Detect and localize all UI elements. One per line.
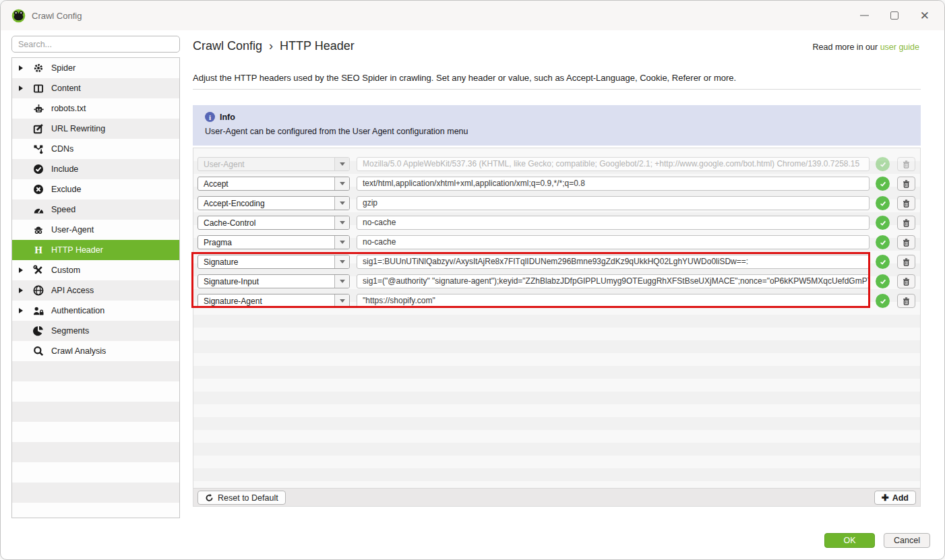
trash-icon [902,179,911,189]
header-name-dropdown[interactable]: Cache-Control [197,216,350,230]
crawl-config-dialog: Crawl Config ✕ Spider Content robots.txt… [0,0,945,560]
header-name-value: Accept-Encoding [198,199,334,208]
expand-caret-icon[interactable] [19,86,23,91]
sidebar-item-http-header[interactable]: H HTTP Header [12,240,179,260]
expand-caret-icon[interactable] [19,268,23,273]
trash-icon [902,277,911,286]
dropdown-arrow-button[interactable] [334,158,349,170]
sidebar-item-segments[interactable]: Segments [12,321,179,341]
sidebar-item-label: Exclude [51,185,81,194]
header-value-input[interactable]: no-cache [357,235,870,249]
page-description: Adjust the HTTP headers used by the SEO … [193,73,921,83]
header-name-dropdown[interactable]: Pragma [197,235,350,249]
header-value-input[interactable]: Mozilla/5.0 AppleWebKit/537.36 (KHTML, l… [357,157,870,171]
header-value-input[interactable]: sig1=:BUUnUTiNlQabzyv/AxysItAjRe8x7FITql… [357,255,870,269]
sidebar-item-content[interactable]: Content [12,78,179,98]
close-icon[interactable]: ✕ [920,10,929,22]
sidebar-item-robots-txt[interactable]: robots.txt [12,98,179,119]
delete-header-button[interactable] [897,177,915,191]
sidebar-item-crawl-analysis[interactable]: Crawl Analysis [12,341,179,361]
expand-caret-icon[interactable] [19,65,23,71]
chevron-down-icon [340,260,345,263]
enabled-check-icon[interactable] [876,294,890,308]
enabled-check-icon[interactable] [876,177,890,191]
pie-icon [32,325,44,337]
sidebar-item-speed[interactable]: Speed [12,199,179,220]
robot-icon [32,103,44,115]
breadcrumb-parent[interactable]: Crawl Config [193,39,262,53]
dropdown-arrow-button[interactable] [334,177,349,190]
add-label: Add [892,493,909,503]
info-box: i Info User-Agent can be configured from… [193,105,921,146]
reset-icon [205,493,214,502]
info-title: Info [220,113,235,122]
sidebar-item-user-agent[interactable]: User-Agent [12,220,179,240]
sidebar-item-api-access[interactable]: API Access [12,280,179,301]
delete-header-button[interactable] [897,274,915,288]
dropdown-arrow-button[interactable] [334,255,349,268]
header-name-dropdown[interactable]: Accept [197,177,350,191]
delete-header-button[interactable] [897,196,915,210]
sidebar-item-spider[interactable]: Spider [12,58,179,78]
sidebar-item-cdns[interactable]: CDNs [12,139,179,159]
dropdown-arrow-button[interactable] [334,216,349,229]
delete-header-button[interactable] [897,294,915,308]
delete-header-button[interactable] [897,157,915,171]
delete-header-button[interactable] [897,255,915,269]
search-input[interactable] [11,36,180,53]
header-value-input[interactable]: "https://shopify.com" [357,294,870,308]
dropdown-arrow-button[interactable] [334,197,349,210]
sidebar-item-label: Spider [51,63,75,73]
edit-icon [32,123,44,135]
read-more: Read more in our user guide [813,42,919,52]
user-guide-link[interactable]: user guide [880,42,919,52]
ok-button[interactable]: OK [824,533,875,548]
delete-header-button[interactable] [897,235,915,249]
reset-label: Reset to Default [218,493,278,503]
chevron-down-icon [340,299,345,303]
chevron-down-icon [340,280,345,283]
trash-icon [902,160,911,169]
maximize-icon[interactable] [890,11,898,20]
header-name-value: Signature-Agent [198,297,334,306]
minimize-icon[interactable] [860,15,869,16]
dropdown-arrow-button[interactable] [334,294,349,307]
header-name-dropdown[interactable]: Signature-Agent [197,294,350,308]
sidebar-item-url-rewriting[interactable]: URL Rewriting [12,119,179,139]
delete-header-button[interactable] [897,216,915,230]
reset-to-default-button[interactable]: Reset to Default [197,491,286,505]
add-header-button[interactable]: ✚ Add [874,491,916,505]
expand-caret-icon[interactable] [19,288,23,293]
enabled-check-icon[interactable] [876,255,890,269]
header-name-dropdown[interactable]: Signature-Input [197,274,350,288]
enabled-check-icon[interactable] [876,196,890,210]
sidebar-item-include[interactable]: Include [12,159,179,179]
dropdown-arrow-button[interactable] [334,275,349,288]
header-name-dropdown[interactable]: User-Agent [197,157,350,171]
header-name-value: Cache-Control [198,218,334,228]
trash-icon [902,199,911,208]
enabled-check-icon[interactable] [876,216,890,230]
header-value-input[interactable]: gzip [357,196,870,210]
header-row: Signature sig1=:BUUnUTiNlQabzyv/AxysItAj… [197,255,915,269]
header-value-input[interactable]: no-cache [357,216,870,230]
sidebar-item-authentication[interactable]: Authentication [12,301,179,321]
sidebar-item-custom[interactable]: Custom [12,260,179,280]
enabled-check-icon[interactable] [876,274,890,288]
dropdown-arrow-button[interactable] [334,236,349,249]
columns-icon [32,83,44,94]
header-name-dropdown[interactable]: Signature [197,255,350,269]
info-icon: i [205,112,215,122]
header-value-input[interactable]: text/html,application/xhtml+xml,applicat… [357,177,870,191]
header-name-dropdown[interactable]: Accept-Encoding [197,196,350,210]
header-row: Signature-Agent "https://shopify.com" [197,294,915,308]
enabled-check-icon[interactable] [876,235,890,249]
header-value-input[interactable]: sig1=("@authority" "signature-agent");ke… [357,274,870,288]
cancel-button[interactable]: Cancel [884,533,930,548]
chevron-down-icon [340,241,345,244]
person-lock-icon [32,305,44,317]
sidebar-item-exclude[interactable]: Exclude [12,179,179,199]
h-icon: H [32,245,44,256]
expand-caret-icon[interactable] [19,308,23,313]
enabled-check-icon[interactable] [876,157,890,171]
